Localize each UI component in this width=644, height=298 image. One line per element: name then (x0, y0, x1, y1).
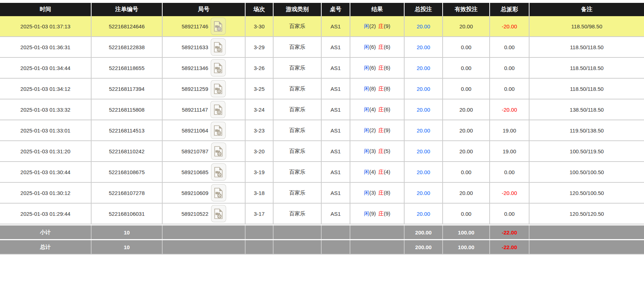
cell-total-bet[interactable]: 20.00 (404, 16, 443, 37)
cell-total-bet[interactable]: 20.00 (404, 120, 443, 141)
bet-history-page: 时间 注单编号 局号 场次 游戏类别 桌号 结果 总投注 有效投注 总派彩 备注… (0, 0, 644, 255)
header-total-bet: 总投注 (404, 3, 443, 16)
subtotal-empty-cell (529, 225, 644, 239)
cell-time: 2025-01-03 01:34:44 (0, 57, 91, 78)
video-replay-button[interactable] (211, 143, 226, 160)
cell-result: 闲(6)庄(6) (350, 37, 404, 57)
banker-result-label: 庄 (378, 65, 384, 71)
header-game-type: 游戏类别 (273, 3, 321, 16)
cell-remark: 100.50/100.50 (529, 162, 644, 182)
cell-remark: 119.50/138.50 (529, 120, 644, 141)
player-result-value: (3) (369, 148, 376, 154)
banker-result-value: (9) (384, 210, 390, 216)
cell-session: 3-19 (245, 162, 273, 182)
cell-result: 闲(9)庄(9) (350, 203, 404, 224)
cell-game-type: 百家乐 (273, 203, 321, 224)
cell-valid-bet: 20.00 (443, 141, 490, 162)
cell-total-bet[interactable]: 20.00 (404, 99, 443, 120)
cell-session: 3-17 (245, 203, 273, 224)
table-row: 2025-01-03 01:31:20 522168110242 5892107… (0, 141, 644, 162)
total-empty-cell (273, 240, 321, 254)
player-result-value: (6) (369, 65, 376, 71)
player-result-label: 闲 (364, 148, 369, 154)
cell-table-id: AS1 (321, 78, 350, 99)
cell-round-id: 589211064 (162, 120, 245, 141)
round-id-text: 589210609 (181, 190, 208, 196)
subtotal-empty-cell (245, 225, 273, 239)
cell-round-id: 589211746 (162, 16, 245, 37)
table-row: 2025-01-03 01:29:44 522168106031 5892105… (0, 203, 644, 224)
cell-total-bet[interactable]: 20.00 (404, 57, 443, 78)
cell-payout: -20.00 (490, 16, 529, 37)
cell-total-bet[interactable]: 20.00 (404, 182, 443, 203)
video-file-icon (214, 187, 223, 199)
header-result: 结果 (350, 3, 404, 16)
cell-payout: 0.00 (490, 57, 529, 78)
player-result-label: 闲 (364, 85, 369, 92)
cell-time: 2025-01-03 01:34:12 (0, 78, 91, 99)
table-row: 2025-01-03 01:34:12 522168117394 5892112… (0, 78, 644, 99)
cell-payout: 0.00 (490, 203, 529, 224)
banker-result-value: (8) (384, 85, 390, 92)
banker-result-value: (9) (384, 127, 390, 133)
video-replay-button[interactable] (211, 38, 226, 56)
cell-game-type: 百家乐 (273, 78, 321, 99)
video-replay-button[interactable] (211, 59, 226, 76)
cell-bet-id: 522168107278 (91, 182, 162, 203)
cell-valid-bet: 0.00 (443, 203, 490, 224)
cell-session: 3-29 (245, 37, 273, 57)
player-result-label: 闲 (364, 127, 369, 133)
banker-result-label: 庄 (378, 210, 384, 216)
cell-total-bet[interactable]: 20.00 (404, 162, 443, 182)
table-row: 2025-01-03 01:34:44 522168118655 5892113… (0, 57, 644, 78)
video-replay-button[interactable] (211, 122, 226, 139)
cell-result: 闲(6)庄(6) (350, 57, 404, 78)
cell-session: 3-25 (245, 78, 273, 99)
video-replay-button[interactable] (211, 163, 226, 181)
banker-result-value: (6) (384, 106, 390, 112)
cell-payout: 0.00 (490, 162, 529, 182)
table-footer: 小计 10 200.00 100.00 -22.00 总计 10 (0, 224, 644, 254)
cell-total-bet[interactable]: 20.00 (404, 37, 443, 57)
round-id-text: 589211259 (182, 86, 208, 92)
banker-result-label: 庄 (378, 44, 384, 50)
round-id-text: 589211346 (182, 65, 208, 71)
header-payout: 总派彩 (490, 3, 529, 16)
cell-game-type: 百家乐 (273, 16, 321, 37)
cell-valid-bet: 0.00 (443, 37, 490, 57)
table-row: 2025-01-03 01:30:44 522168108675 5892106… (0, 162, 644, 182)
header-round-id: 局号 (162, 3, 245, 16)
total-payout: -22.00 (490, 240, 529, 254)
total-valid-bet: 100.00 (443, 240, 490, 254)
player-result-label: 闲 (364, 65, 369, 71)
banker-result-value: (8) (384, 190, 390, 196)
video-replay-button[interactable] (211, 80, 226, 97)
player-result-label: 闲 (364, 169, 369, 175)
cell-valid-bet: 20.00 (443, 120, 490, 141)
header-remark: 备注 (529, 3, 644, 16)
banker-result-label: 庄 (378, 106, 384, 112)
header-row: 时间 注单编号 局号 场次 游戏类别 桌号 结果 总投注 有效投注 总派彩 备注 (0, 3, 644, 16)
cell-total-bet[interactable]: 20.00 (404, 78, 443, 99)
video-replay-button[interactable] (211, 18, 226, 35)
video-replay-button[interactable] (211, 184, 226, 201)
header-valid-bet: 有效投注 (443, 3, 490, 16)
cell-valid-bet: 0.00 (443, 57, 490, 78)
cell-total-bet[interactable]: 20.00 (404, 141, 443, 162)
cell-time: 2025-01-03 01:36:31 (0, 37, 91, 57)
video-file-icon (214, 208, 223, 219)
cell-payout: 19.00 (490, 120, 529, 141)
total-total-bet: 200.00 (404, 240, 443, 254)
cell-bet-id: 522168106031 (91, 203, 162, 224)
video-replay-button[interactable] (210, 101, 225, 118)
player-result-value: (3) (369, 190, 376, 196)
banker-result-value: (6) (384, 65, 390, 71)
cell-remark: 120.50/120.50 (529, 203, 644, 224)
cell-session: 3-24 (245, 99, 273, 120)
video-replay-button[interactable] (211, 205, 226, 222)
subtotal-valid-bet: 100.00 (443, 225, 490, 239)
cell-table-id: AS1 (321, 203, 350, 224)
cell-total-bet[interactable]: 20.00 (404, 203, 443, 224)
cell-game-type: 百家乐 (273, 162, 321, 182)
cell-result: 闲(4)庄(6) (350, 99, 404, 120)
